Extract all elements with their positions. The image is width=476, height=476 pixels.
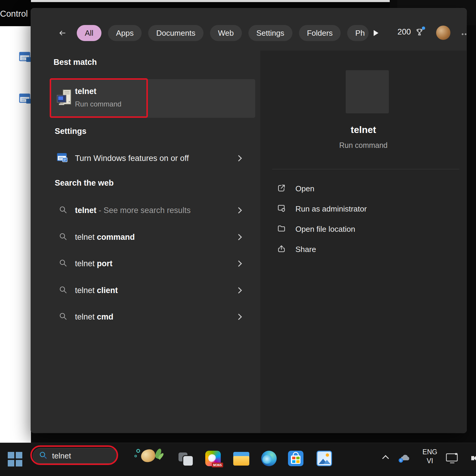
best-match-heading: Best match xyxy=(54,58,97,67)
filter-tab-label: Settings xyxy=(256,29,284,38)
filter-tab-settings[interactable]: Settings xyxy=(248,25,292,41)
best-match-result[interactable]: telnet Run command xyxy=(50,79,255,118)
volume-icon-partial[interactable] xyxy=(471,454,476,463)
search-icon xyxy=(59,312,67,322)
edge-browser-button[interactable] xyxy=(261,451,277,466)
action-open[interactable]: Open xyxy=(277,180,314,198)
settings-heading: Settings xyxy=(55,127,87,136)
web-suggestion[interactable]: telnet cmd xyxy=(50,306,255,328)
features-dialog-icon xyxy=(19,92,32,105)
desktop: Control P All Apps Documents Web Setting… xyxy=(0,0,476,476)
back-button[interactable] xyxy=(56,26,69,40)
web-suggestion-text: telnet port xyxy=(75,259,112,268)
background-window-title: Control P xyxy=(0,9,36,19)
web-suggestion-text: telnet cmd xyxy=(75,312,113,322)
web-suggestion-text: telnet client xyxy=(75,286,118,295)
back-arrow-icon xyxy=(59,29,66,37)
chevron-right-icon xyxy=(236,287,242,293)
web-suggestion-text: telnet - See more search results xyxy=(75,206,191,215)
filter-tab-folders[interactable]: Folders xyxy=(299,25,341,41)
tray-show-hidden-icons-button[interactable] xyxy=(382,455,389,462)
preview-title: telnet xyxy=(260,124,466,135)
info-dot: i xyxy=(399,458,403,463)
search-highlights-art[interactable] xyxy=(134,447,170,466)
background-window-edge xyxy=(31,0,390,2)
search-filter-bar: All Apps Documents Web Settings Folders … xyxy=(56,24,381,42)
language-indicator[interactable]: ENG VI xyxy=(420,448,440,466)
search-icon xyxy=(59,232,67,242)
search-icon xyxy=(59,286,67,295)
chevron-right-icon xyxy=(236,260,242,267)
action-label: Share xyxy=(295,245,316,254)
chevron-right-icon xyxy=(236,155,242,161)
filter-tab-label: Documents xyxy=(156,29,195,38)
preview-subtitle: Run command xyxy=(260,141,466,150)
action-label: Open file location xyxy=(295,225,355,234)
open-icon xyxy=(277,184,286,194)
settings-result-windows-features[interactable]: Turn Windows features on or off xyxy=(50,148,255,169)
search-icon xyxy=(59,206,67,215)
onedrive-cloud-icon[interactable]: i xyxy=(399,452,412,463)
triangle-right-icon xyxy=(374,30,378,36)
m365-copilot-button[interactable]: M365 xyxy=(205,451,221,466)
folder-icon xyxy=(277,224,286,234)
chevron-right-icon xyxy=(236,207,242,213)
more-options-icon[interactable] xyxy=(462,33,464,35)
web-suggestion[interactable]: telnet client xyxy=(50,279,255,301)
taskbar: telnet M365 i ENG VI xyxy=(0,443,476,476)
web-suggestion[interactable]: telnet port xyxy=(50,253,255,275)
filter-tab-all[interactable]: All xyxy=(77,25,101,41)
display-cast-icon[interactable] xyxy=(446,452,459,465)
filter-tab-label: Folders xyxy=(307,29,333,38)
filter-tab-photos[interactable]: Ph xyxy=(347,25,369,41)
preview-panel: telnet Run command Open Run as administr… xyxy=(260,51,466,433)
settings-result-label: Turn Windows features on or off xyxy=(75,154,189,163)
notification-dot xyxy=(422,26,425,30)
action-open-file-location[interactable]: Open file location xyxy=(277,220,355,238)
file-explorer-button[interactable] xyxy=(233,452,249,466)
filter-tab-label: Ph xyxy=(355,29,365,38)
filter-tab-apps[interactable]: Apps xyxy=(108,25,142,41)
language-line1: ENG xyxy=(420,448,440,457)
preview-divider xyxy=(272,169,459,169)
best-match-subtitle: Run command xyxy=(75,100,121,108)
filter-tab-label: Apps xyxy=(116,29,134,38)
taskbar-search-input[interactable]: telnet xyxy=(33,448,118,464)
chevron-right-icon xyxy=(236,234,242,240)
background-window-body xyxy=(0,26,31,443)
trophy-icon xyxy=(415,28,424,37)
filter-tab-web[interactable]: Web xyxy=(210,25,242,41)
language-line2: VI xyxy=(420,457,440,466)
search-the-web-heading: Search the web xyxy=(55,178,114,188)
action-label: Open xyxy=(295,184,314,193)
best-match-title: telnet xyxy=(75,87,96,96)
rewards-points: 200 xyxy=(397,27,411,37)
windows-features-icon xyxy=(57,152,68,165)
admin-shield-icon xyxy=(277,204,286,214)
filter-tab-label: All xyxy=(85,29,93,38)
action-share[interactable]: Share xyxy=(277,240,316,258)
share-icon xyxy=(277,244,286,254)
filter-tab-documents[interactable]: Documents xyxy=(148,25,203,41)
action-run-as-administrator[interactable]: Run as administrator xyxy=(277,200,367,218)
task-view-button[interactable] xyxy=(178,452,193,466)
m365-badge: M365 xyxy=(212,463,223,467)
media-app-button[interactable] xyxy=(317,451,332,466)
chevron-right-icon xyxy=(236,314,242,320)
search-icon xyxy=(39,451,47,461)
scroll-tabs-button[interactable] xyxy=(371,28,381,38)
features-dialog-icon xyxy=(19,51,32,64)
rewards-indicator[interactable]: 200 xyxy=(397,27,424,37)
start-button[interactable] xyxy=(8,452,23,467)
web-suggestion-text: telnet command xyxy=(75,233,135,242)
action-label: Run as administrator xyxy=(295,204,367,214)
preview-app-icon xyxy=(346,70,389,113)
telnet-run-command-icon xyxy=(57,89,73,108)
search-query-text: telnet xyxy=(52,451,71,461)
filter-tab-label: Web xyxy=(218,29,234,38)
web-suggestion[interactable]: telnet - See more search results xyxy=(50,199,255,221)
search-icon xyxy=(59,259,67,268)
user-avatar[interactable] xyxy=(436,26,450,40)
microsoft-store-button[interactable] xyxy=(288,451,303,466)
web-suggestion[interactable]: telnet command xyxy=(50,226,255,248)
